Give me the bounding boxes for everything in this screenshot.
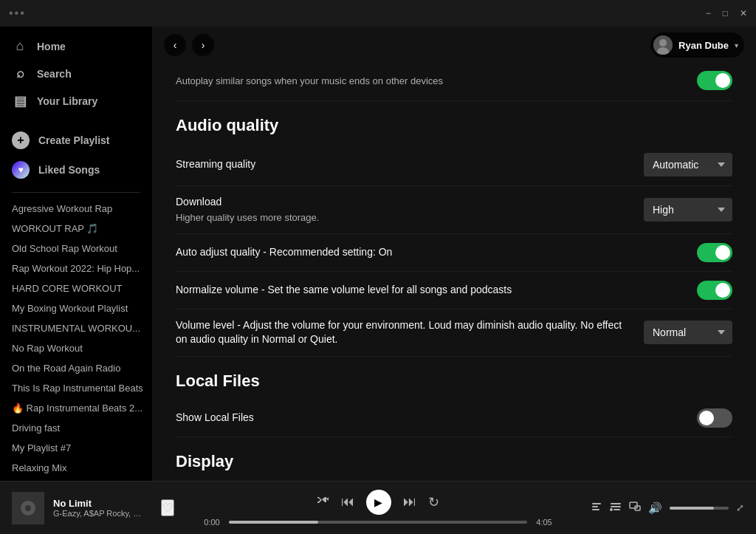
playlist-item[interactable]: INSTRUMENTAL WORKOU... [6, 318, 146, 338]
svg-rect-10 [611, 506, 621, 507]
playlist-item[interactable]: Relaxing Mix [6, 458, 146, 478]
playlist-label: WORKOUT RAP 🎵 [12, 223, 98, 234]
volume-button[interactable]: 🔊 [648, 502, 662, 515]
fullscreen-button[interactable]: ⤢ [736, 502, 744, 513]
sidebar-item-library[interactable]: ▤ Your Library [0, 87, 152, 115]
playlist-item[interactable]: Rap Workout 2022: Hip Hop... [6, 259, 146, 278]
heart-icon: ♥ [12, 161, 30, 179]
svg-rect-12 [614, 509, 620, 510]
track-art [12, 492, 44, 524]
playlist-item[interactable]: 🔥 Rap Instrumental Beats 2... [6, 398, 146, 418]
shuffle-button[interactable] [317, 494, 329, 510]
display-title: Display [176, 452, 732, 471]
sidebar-item-search[interactable]: ⌕ Search [0, 60, 152, 87]
download-select[interactable]: High Low Normal Very high [644, 198, 732, 222]
content-area: ‹ › Ryan Dube ▾ Autoplay similar songs w… [152, 27, 756, 481]
playlist-item[interactable]: Old School Rap Workout [6, 239, 146, 259]
close-button[interactable]: ✕ [740, 8, 747, 18]
now-playing-center: ⏮ ▶ ⏭ ↻ 0:00 4:05 [174, 490, 582, 527]
minimize-button[interactable]: − [706, 8, 711, 18]
queue-button[interactable] [610, 501, 622, 515]
playlist-item[interactable]: My Boxing Workout Playlist [6, 298, 146, 318]
autoplay-toggle[interactable] [697, 71, 732, 90]
previous-button[interactable]: ⏮ [341, 494, 354, 510]
search-icon: ⌕ [12, 66, 28, 81]
liked-songs-label: Liked Songs [38, 164, 100, 176]
library-icon: ▤ [12, 93, 28, 109]
svg-point-1 [659, 39, 667, 47]
svg-rect-13 [630, 502, 637, 508]
repeat-button[interactable]: ↻ [428, 494, 439, 510]
playlist-label: This Is Rap Instrumental Beats [12, 383, 143, 394]
track-artist: G-Eazy, A$AP Rocky, Cardi B [53, 509, 146, 518]
svg-rect-9 [611, 503, 621, 504]
sidebar-item-label: Home [37, 41, 66, 52]
sidebar-actions: + Create Playlist ♥ Liked Songs [0, 121, 152, 189]
playlist-label: No Rap Workout [12, 343, 83, 354]
playlist-item[interactable]: HARD CORE WORKOUT [6, 278, 146, 298]
show-local-files-toggle[interactable] [697, 408, 732, 428]
svg-point-11 [610, 508, 613, 511]
track-info: No Limit G-Eazy, A$AP Rocky, Cardi B [53, 498, 146, 518]
nav-forward-button[interactable]: › [192, 34, 214, 56]
volume-level-row: Volume level - Adjust the volume for you… [176, 309, 732, 357]
time-total: 4:05 [533, 518, 555, 527]
playlist-item[interactable]: My Playlist #7 [6, 438, 146, 458]
sidebar-nav: ⌂ Home ⌕ Search ▤ Your Library [0, 27, 152, 121]
progress-track[interactable] [229, 521, 527, 524]
normalize-volume-toggle[interactable] [697, 281, 732, 300]
time-current: 0:00 [201, 518, 223, 527]
titlebar-controls: − □ ✕ [706, 8, 747, 18]
progress-bar-container: 0:00 4:05 [201, 518, 555, 527]
volume-level-label: Volume level - Adjust the volume for you… [176, 318, 644, 347]
volume-level-select[interactable]: Normal Quiet Loud [644, 321, 732, 344]
liked-songs-item[interactable]: ♥ Liked Songs [12, 157, 140, 183]
lyrics-button[interactable] [591, 501, 602, 515]
playlist-item[interactable]: Driving fast [6, 418, 146, 438]
auto-adjust-toggle[interactable] [697, 243, 732, 262]
volume-bar[interactable] [670, 507, 729, 510]
download-sublabel: Higher quality uses more storage. [176, 211, 629, 225]
streaming-quality-select[interactable]: Automatic Low Normal High Very high [644, 153, 732, 177]
playlist-item[interactable]: This Is Rap Instrumental Beats [6, 378, 146, 398]
toggle-track [697, 281, 732, 300]
sidebar-item-home[interactable]: ⌂ Home [0, 32, 152, 60]
play-pause-button[interactable]: ▶ [366, 490, 391, 515]
home-icon: ⌂ [12, 38, 28, 54]
auto-adjust-label: Auto adjust quality - Recommended settin… [176, 245, 697, 260]
playlist-label: Relaxing Mix [12, 462, 66, 473]
playlist-item[interactable]: No Rap Workout [6, 338, 146, 358]
track-thumbnail [12, 492, 44, 524]
autoplay-label: Autoplay similar songs when your music e… [176, 75, 443, 86]
now-playing-left: No Limit G-Eazy, A$AP Rocky, Cardi B ♡ [12, 492, 174, 524]
nav-back-button[interactable]: ‹ [164, 34, 186, 56]
player-controls: ⏮ ▶ ⏭ ↻ [317, 490, 439, 515]
next-button[interactable]: ⏭ [403, 494, 416, 510]
like-button[interactable]: ♡ [161, 499, 174, 516]
playlist-label: Agressive Workout Rap [12, 203, 112, 214]
now-playing-bar: No Limit G-Eazy, A$AP Rocky, Cardi B ♡ ⏮… [0, 481, 756, 534]
progress-fill [229, 521, 318, 524]
toggle-track [697, 71, 732, 90]
devices-button[interactable] [629, 501, 641, 515]
playlist-item[interactable]: Agressive Workout Rap [6, 199, 146, 219]
show-local-files-label: Show Local Files [176, 411, 697, 425]
playlist-item[interactable]: On the Road Again Radio [6, 358, 146, 378]
sidebar-item-label: Your Library [37, 95, 97, 107]
normalize-volume-row: Normalize volume - Set the same volume l… [176, 272, 732, 309]
nav-arrows: ‹ › [164, 34, 214, 56]
user-profile[interactable]: Ryan Dube ▾ [650, 32, 744, 58]
titlebar: ••• − □ ✕ [0, 0, 756, 27]
playlist-label: Old School Rap Workout [12, 243, 117, 254]
download-label: Download Higher quality uses more storag… [176, 195, 644, 225]
volume-fill [670, 507, 714, 510]
autoplay-row: Autoplay similar songs when your music e… [176, 64, 732, 101]
plus-icon: + [12, 131, 30, 149]
playlist-item[interactable]: WORKOUT RAP 🎵 [6, 219, 146, 239]
user-name: Ryan Dube [678, 40, 729, 51]
create-playlist-item[interactable]: + Create Playlist [12, 127, 140, 154]
avatar [653, 35, 673, 55]
toggle-track [697, 243, 732, 262]
playlist-label: 🔥 Rap Instrumental Beats 2... [12, 403, 142, 414]
maximize-button[interactable]: □ [723, 8, 728, 18]
